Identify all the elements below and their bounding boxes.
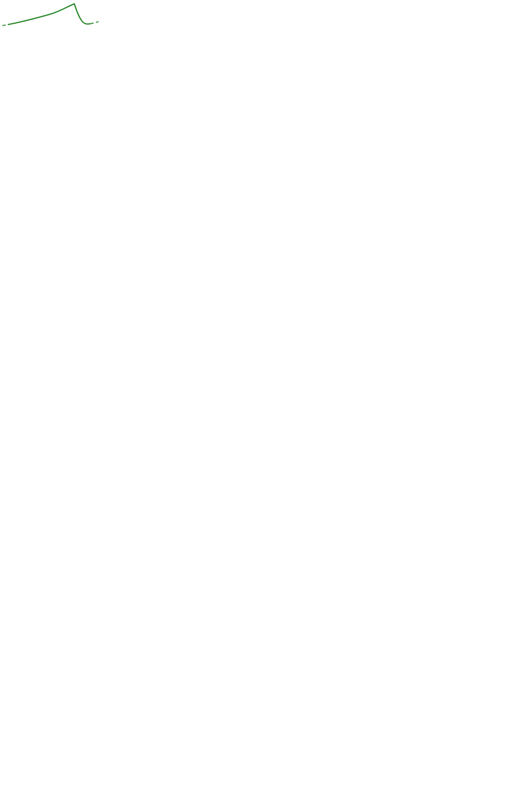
opgc-logo (1, 2, 102, 28)
page (0, 0, 532, 789)
logo-baseline-left (2, 25, 8, 26)
spectrogram-canvas (0, 0, 532, 789)
logo-mountain-curve (8, 4, 91, 25)
logo-baseline-right (91, 21, 100, 24)
